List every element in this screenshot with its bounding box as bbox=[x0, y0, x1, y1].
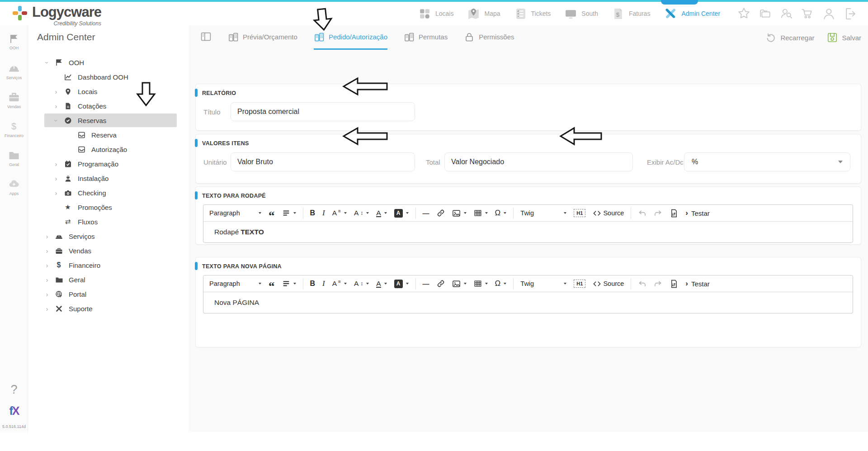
font-color-dropdown[interactable]: A bbox=[374, 277, 389, 290]
chevron-right-icon[interactable]: › bbox=[51, 102, 61, 110]
sidebar-item-promocoes[interactable]: ★ Promoções bbox=[28, 200, 189, 214]
sidebar-item-cotacoes[interactable]: › Cotações bbox=[28, 99, 189, 113]
block-quote-button[interactable]: “ bbox=[266, 277, 277, 290]
font-family-dropdown[interactable]: A↕ bbox=[352, 277, 371, 290]
heading-h1-button[interactable]: H1 bbox=[571, 206, 588, 220]
logout-icon[interactable] bbox=[843, 7, 857, 21]
tab-pedido-autorizacao[interactable]: Pedido/Autorização bbox=[314, 25, 387, 50]
sidebar-item-fluxos[interactable]: ⇄ Fluxos bbox=[28, 214, 189, 229]
text-alignment-dropdown[interactable] bbox=[280, 277, 298, 290]
horizontal-line-button[interactable]: — bbox=[420, 277, 432, 290]
chevron-right-icon[interactable]: › bbox=[42, 290, 52, 298]
total-input[interactable] bbox=[444, 152, 633, 171]
sidebar-item-programacao[interactable]: › Programação bbox=[28, 157, 189, 171]
heading-h1-button[interactable]: H1 bbox=[571, 277, 588, 290]
rodape-editor-content[interactable]: Rodapé TEXTO bbox=[203, 222, 853, 242]
redo-button[interactable] bbox=[651, 206, 665, 220]
horizontal-line-button[interactable]: — bbox=[420, 206, 432, 220]
sidebar-item-checking[interactable]: › Checking bbox=[28, 185, 189, 200]
nav-item-mapa[interactable]: Mapa bbox=[467, 7, 500, 20]
italic-button[interactable]: I bbox=[320, 277, 327, 290]
chevron-right-icon[interactable]: › bbox=[42, 233, 52, 240]
rail-item-vendas[interactable]: Vendas bbox=[0, 91, 28, 109]
cart-icon[interactable] bbox=[801, 7, 815, 21]
sidebar-item-instalacao[interactable]: › Instalação bbox=[28, 171, 189, 185]
sidebar-item-reservas[interactable]: › Reservas bbox=[28, 113, 189, 128]
paragraph-style-dropdown[interactable]: Paragraph bbox=[207, 206, 264, 220]
sidebar-item-vendas[interactable]: › Vendas bbox=[28, 243, 189, 258]
reload-button[interactable]: Recarregar bbox=[765, 32, 814, 43]
source-button[interactable]: Source bbox=[590, 206, 626, 220]
save-button[interactable]: Salvar bbox=[827, 32, 861, 43]
unitario-input[interactable] bbox=[231, 152, 415, 171]
page-break-button[interactable] bbox=[667, 206, 680, 220]
special-characters-dropdown[interactable]: Ω bbox=[493, 277, 509, 290]
exibir-acdc-select[interactable]: % bbox=[684, 152, 850, 171]
nav-item-admin-center[interactable]: Admin Center bbox=[664, 7, 720, 20]
link-button[interactable] bbox=[434, 206, 447, 220]
chevron-right-icon[interactable]: › bbox=[51, 88, 61, 95]
nav-item-south[interactable]: South bbox=[564, 7, 598, 20]
chevron-right-icon[interactable]: › bbox=[42, 261, 52, 269]
user-search-icon[interactable] bbox=[779, 7, 793, 21]
tab-layout[interactable] bbox=[200, 25, 212, 50]
user-icon[interactable] bbox=[822, 7, 836, 21]
font-size-dropdown[interactable]: A≡ bbox=[330, 277, 349, 290]
help-button[interactable]: ? bbox=[0, 383, 28, 397]
twig-dropdown[interactable]: Twig bbox=[518, 206, 569, 220]
nav-item-faturas[interactable]: $ Faturas bbox=[612, 7, 650, 20]
chevron-right-icon[interactable]: › bbox=[42, 305, 52, 313]
titulo-input[interactable] bbox=[231, 102, 415, 121]
undo-button[interactable] bbox=[636, 206, 649, 220]
sidebar-item-servicos[interactable]: › Serviços bbox=[28, 229, 189, 243]
sidebar-item-financeiro[interactable]: › $ Financeiro bbox=[28, 258, 189, 272]
special-characters-dropdown[interactable]: Ω bbox=[493, 206, 509, 220]
sidebar-item-autorizacao[interactable]: Autorização bbox=[28, 142, 189, 157]
bold-button[interactable]: B bbox=[308, 277, 318, 290]
sidebar-item-geral[interactable]: › Geral bbox=[28, 272, 189, 287]
rail-item-ooh[interactable]: OOH bbox=[0, 33, 28, 50]
font-size-dropdown[interactable]: A≡ bbox=[330, 206, 349, 220]
text-alignment-dropdown[interactable] bbox=[280, 206, 298, 220]
bold-button[interactable]: B bbox=[308, 206, 318, 220]
chevron-right-icon[interactable]: › bbox=[42, 276, 52, 284]
source-button[interactable]: Source bbox=[590, 277, 626, 290]
sidebar-item-locais[interactable]: › Locais bbox=[28, 84, 189, 99]
italic-button[interactable]: I bbox=[320, 206, 327, 220]
testar-button[interactable]: ›Testar bbox=[683, 206, 712, 220]
insert-image-dropdown[interactable] bbox=[450, 277, 469, 290]
insert-table-dropdown[interactable] bbox=[472, 277, 490, 290]
paragraph-style-dropdown[interactable]: Paragraph bbox=[207, 277, 264, 290]
chevron-right-icon[interactable]: › bbox=[51, 160, 61, 168]
block-quote-button[interactable]: “ bbox=[266, 206, 277, 220]
sidebar-item-suporte[interactable]: › Suporte bbox=[28, 301, 189, 316]
twig-dropdown[interactable]: Twig bbox=[518, 277, 569, 290]
sidebar-item-portal[interactable]: › Portal bbox=[28, 287, 189, 301]
page-break-button[interactable] bbox=[667, 277, 680, 290]
chevron-down-icon[interactable]: › bbox=[43, 57, 51, 68]
chevron-right-icon[interactable]: › bbox=[42, 247, 52, 255]
highlight-color-dropdown[interactable]: A bbox=[392, 206, 411, 220]
folders-icon[interactable] bbox=[758, 7, 772, 21]
rail-item-apps[interactable]: Apps bbox=[0, 178, 28, 196]
chevron-right-icon[interactable]: › bbox=[51, 189, 61, 197]
sidebar-item-ooh[interactable]: › OOH bbox=[28, 55, 189, 70]
nav-item-locais[interactable]: Locais bbox=[418, 7, 453, 20]
tab-permissoes[interactable]: Permissões bbox=[464, 25, 514, 50]
chevron-down-icon[interactable]: › bbox=[52, 115, 60, 126]
insert-table-dropdown[interactable] bbox=[472, 206, 490, 220]
sidebar-item-dashboard-ooh[interactable]: Dashboard OOH bbox=[28, 70, 189, 84]
star-icon[interactable] bbox=[737, 7, 751, 21]
sidebar-item-reserva[interactable]: Reserva bbox=[28, 128, 189, 142]
rail-item-financeiro[interactable]: $ Financeiro bbox=[0, 120, 28, 138]
insert-image-dropdown[interactable] bbox=[450, 206, 469, 220]
highlight-color-dropdown[interactable]: A bbox=[392, 277, 411, 290]
nav-item-tickets[interactable]: Tickets bbox=[514, 7, 551, 20]
testar-button[interactable]: ›Testar bbox=[683, 277, 712, 290]
redo-button[interactable] bbox=[651, 277, 665, 290]
font-color-dropdown[interactable]: A bbox=[374, 206, 389, 220]
link-button[interactable] bbox=[434, 277, 447, 290]
tab-previa-orcamento[interactable]: Prévia/Orçamento bbox=[228, 25, 297, 50]
nova-pagina-editor-content[interactable]: Nova PÁGINA bbox=[203, 292, 853, 313]
font-family-dropdown[interactable]: A↕ bbox=[352, 206, 371, 220]
